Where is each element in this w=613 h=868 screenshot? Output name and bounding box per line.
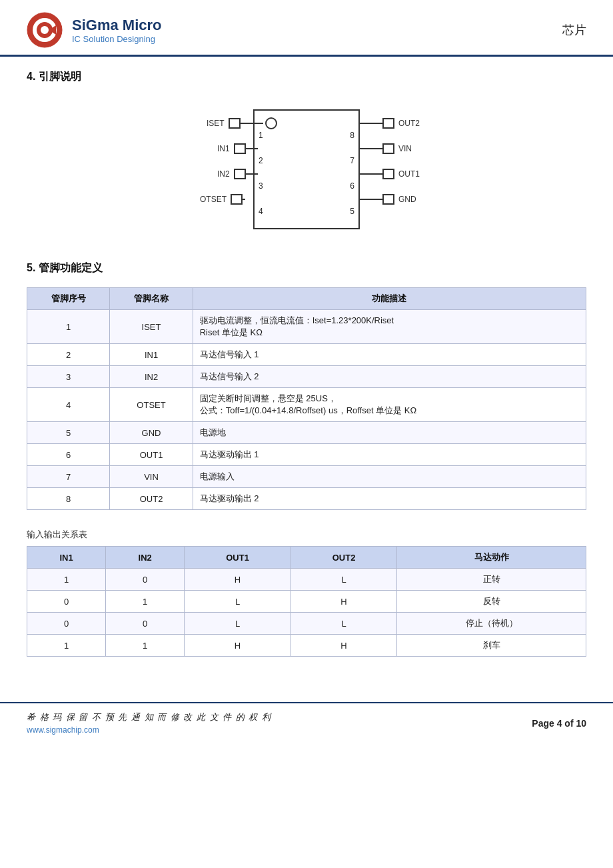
pin-num-7: 7 — [350, 156, 354, 165]
pin-out1-line — [360, 173, 382, 175]
pin-vin-group: VIN — [360, 143, 412, 154]
pin-row-name: OTSET — [110, 388, 193, 422]
pin-out1-label: OUT1 — [398, 169, 420, 179]
io-row-in1: 1 — [27, 569, 106, 591]
pin-in2-label: IN2 — [217, 169, 230, 179]
pin-table-row: 1ISET驱动电流调整，恒流电流值：Iset=1.23*200K/RisetRi… — [27, 310, 586, 344]
io-row-out2: H — [291, 591, 397, 613]
io-header-out1: OUT1 — [185, 547, 291, 569]
io-row-in2: 0 — [106, 569, 185, 591]
io-row-action: 正转 — [397, 569, 586, 591]
logo-text: SiGma Micro IC Solution Designing — [72, 17, 161, 44]
io-row-out1: H — [185, 635, 291, 657]
brand-subtitle: IC Solution Designing — [72, 34, 161, 44]
pin-row-desc: 马达驱动输出 1 — [193, 444, 586, 466]
sigma-logo-icon — [27, 12, 63, 48]
main-content: 4. 引脚说明 1 2 3 4 8 7 6 5 ISE — [0, 57, 613, 689]
pin-out1-group: OUT1 — [360, 169, 420, 179]
pin-row-num: 6 — [27, 444, 110, 466]
pin-vin-box — [382, 143, 394, 154]
io-row-in1: 0 — [27, 591, 106, 613]
footer-copyright: 希 格 玛 保 留 不 预 先 通 知 而 修 改 此 文 件 的 权 利 — [27, 711, 272, 723]
section5-title: 5. 管脚功能定义 — [27, 261, 586, 275]
pin-num-2: 2 — [259, 156, 263, 165]
io-row-out1: H — [185, 569, 291, 591]
ic-body: 1 2 3 4 8 7 6 5 — [253, 109, 360, 229]
pin-out2-box — [382, 118, 394, 129]
pin-row-name: GND — [110, 422, 193, 444]
pin-table-row: 5GND电源地 — [27, 422, 586, 444]
pin-num-8: 8 — [350, 131, 354, 140]
pin-in1-label: IN1 — [217, 144, 230, 153]
logo-area: SiGma Micro IC Solution Designing — [27, 12, 161, 48]
pin-otset-group: OTSET — [200, 194, 245, 205]
io-row-action: 刹车 — [397, 635, 586, 657]
io-row-out1: L — [185, 613, 291, 635]
io-table-title: 输入输出关系表 — [27, 529, 586, 541]
pin-table-row: 3IN2马达信号输入 2 — [27, 366, 586, 388]
pin-table-row: 7VIN电源输入 — [27, 466, 586, 488]
io-row-out1: L — [185, 591, 291, 613]
io-header-out2: OUT2 — [291, 547, 397, 569]
pin-iset-label: ISET — [207, 119, 225, 128]
pin-row-desc: 驱动电流调整，恒流电流值：Iset=1.23*200K/RisetRiset 单… — [193, 310, 586, 344]
io-row-action: 反转 — [397, 591, 586, 613]
io-header-in1: IN1 — [27, 547, 106, 569]
pin-table-row: 4OTSET固定关断时间调整，悬空是 25US，公式：Toff=1/(0.04+… — [27, 388, 586, 422]
pin-in2-line — [246, 173, 258, 175]
pin-in1-line — [246, 148, 258, 149]
pin-row-num: 2 — [27, 344, 110, 366]
pin-out2-label: OUT2 — [398, 119, 420, 128]
brand-name: SiGma Micro — [72, 17, 161, 34]
pin-otset-line — [243, 199, 245, 200]
pin-row-num: 1 — [27, 310, 110, 344]
section4-title: 4. 引脚说明 — [27, 70, 586, 84]
io-row-out2: L — [291, 569, 397, 591]
pin-table-row: 2IN1马达信号输入 1 — [27, 344, 586, 366]
page-header: SiGma Micro IC Solution Designing 芯片 — [0, 0, 613, 57]
pin-otset-label: OTSET — [200, 195, 227, 204]
pin-row-name: IN1 — [110, 344, 193, 366]
pin-in1-box — [234, 143, 246, 154]
pin-table-header-desc: 功能描述 — [193, 288, 586, 310]
pin-out2-line — [360, 123, 382, 124]
pin-in2-box — [234, 169, 246, 179]
pin-gnd-group: GND — [360, 194, 416, 205]
pin-table-header-num: 管脚序号 — [27, 288, 110, 310]
io-header-in2: IN2 — [106, 547, 185, 569]
io-table-row: 10HL正转 — [27, 569, 586, 591]
io-row-out2: H — [291, 635, 397, 657]
pin-table-header-name: 管脚名称 — [110, 288, 193, 310]
pin-gnd-box — [382, 194, 394, 205]
footer-page: Page 4 of 10 — [532, 718, 586, 729]
pin-row-num: 4 — [27, 388, 110, 422]
pin-row-name: OUT1 — [110, 444, 193, 466]
footer-left-area: 希 格 玛 保 留 不 预 先 通 知 而 修 改 此 文 件 的 权 利 ww… — [27, 711, 272, 735]
pin-gnd-line — [360, 199, 382, 200]
io-row-in2: 1 — [106, 635, 185, 657]
footer-url: www.sigmachip.com — [27, 725, 272, 735]
io-row-action: 停止（待机） — [397, 613, 586, 635]
io-header-action: 马达动作 — [397, 547, 586, 569]
io-row-out2: L — [291, 613, 397, 635]
header-chip-label: 芯片 — [562, 22, 586, 38]
io-table-row: 01LH反转 — [27, 591, 586, 613]
io-row-in1: 1 — [27, 635, 106, 657]
pin-row-name: IN2 — [110, 366, 193, 388]
svg-point-3 — [41, 26, 49, 34]
pin-row-name: VIN — [110, 466, 193, 488]
pin-vin-line — [360, 148, 382, 149]
pin-row-desc: 马达驱动输出 2 — [193, 488, 586, 510]
pin-iset-box — [229, 118, 241, 129]
io-table: IN1 IN2 OUT1 OUT2 马达动作 10HL正转01LH反转00LL停… — [27, 546, 586, 657]
pin-in1-group: IN1 — [217, 143, 258, 154]
pin-function-table: 管脚序号 管脚名称 功能描述 1ISET驱动电流调整，恒流电流值：Iset=1.… — [27, 287, 586, 510]
pin-iset-line — [241, 123, 263, 124]
pin-otset-box — [231, 194, 243, 205]
pin-num-6: 6 — [350, 181, 354, 191]
pin-row-num: 8 — [27, 488, 110, 510]
pin-row-desc: 电源地 — [193, 422, 586, 444]
pin1-dot — [265, 117, 277, 129]
pin-row-num: 3 — [27, 366, 110, 388]
pin-table-row: 6OUT1马达驱动输出 1 — [27, 444, 586, 466]
